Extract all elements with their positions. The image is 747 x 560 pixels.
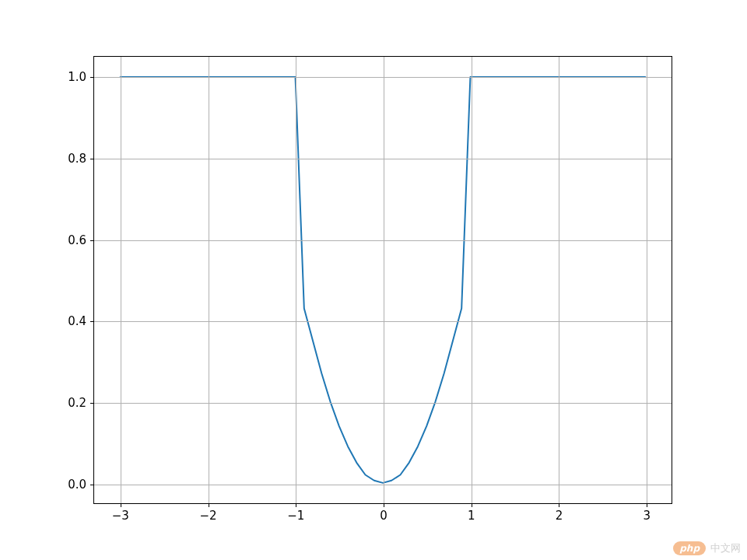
grid-line (94, 485, 672, 485)
grid-line (94, 321, 672, 322)
figure: −3−2−101230.00.20.40.60.81.0 php 中文网 (0, 0, 747, 560)
x-tick-label: 2 (556, 509, 563, 523)
x-tick-label: −1 (287, 509, 304, 523)
grid-line (94, 240, 672, 241)
x-tick-label: 1 (468, 509, 475, 523)
x-tick-label: −2 (199, 509, 216, 523)
y-tick (90, 321, 94, 322)
y-tick (90, 159, 94, 159)
y-tick-label: 0.4 (68, 314, 86, 328)
y-tick-label: 0.2 (68, 396, 86, 410)
watermark: php 中文网 (673, 541, 741, 555)
grid-line (94, 403, 672, 404)
y-tick-label: 0.6 (68, 233, 86, 247)
grid-line (296, 57, 296, 503)
watermark-badge: php (673, 541, 706, 555)
y-tick-label: 1.0 (68, 70, 86, 84)
y-tick (90, 403, 94, 404)
x-tick (559, 503, 559, 507)
y-tick-label: 0.0 (68, 478, 86, 492)
y-tick (90, 485, 94, 485)
grid-line (559, 57, 559, 503)
x-tick-label: 0 (380, 509, 388, 523)
grid-line (209, 57, 209, 503)
x-tick (209, 503, 209, 507)
x-tick-label: −3 (112, 509, 129, 523)
x-tick-label: 3 (643, 509, 651, 523)
y-tick (90, 77, 94, 78)
x-tick (472, 503, 472, 507)
x-tick (296, 503, 296, 507)
y-tick-label: 0.8 (68, 152, 86, 166)
watermark-text: 中文网 (710, 541, 741, 555)
grid-line (472, 57, 472, 503)
grid-line (94, 159, 672, 159)
x-tick (647, 503, 647, 507)
x-tick (121, 503, 121, 507)
y-tick (90, 240, 94, 241)
grid-line (121, 57, 121, 503)
grid-line (384, 57, 384, 503)
x-tick (384, 503, 384, 507)
grid-line (94, 77, 672, 78)
line-series (94, 57, 672, 503)
plot-area: −3−2−101230.00.20.40.60.81.0 (93, 56, 672, 504)
grid-line (647, 57, 647, 503)
